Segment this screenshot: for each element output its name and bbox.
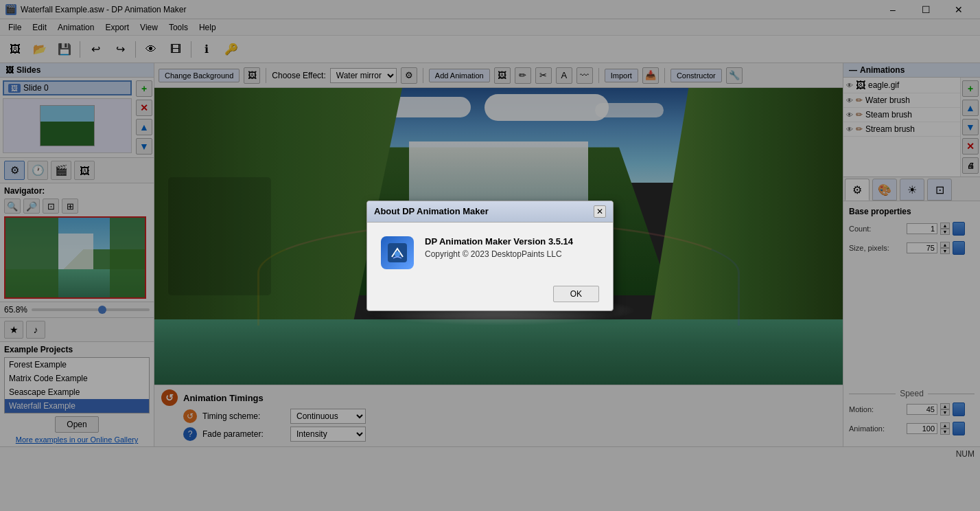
modal-copyright: Copyright © 2023 DesktopPaints LLC bbox=[425, 249, 573, 259]
modal-text: DP Animation Maker Version 3.5.14 Copyri… bbox=[425, 236, 573, 259]
modal-footer: OK bbox=[367, 280, 613, 310]
modal-app-icon bbox=[381, 236, 414, 269]
modal-titlebar: About DP Animation Maker ✕ bbox=[367, 201, 613, 223]
modal-close-button[interactable]: ✕ bbox=[594, 205, 606, 218]
modal-body: DP Animation Maker Version 3.5.14 Copyri… bbox=[367, 223, 613, 280]
modal-app-logo bbox=[386, 242, 408, 264]
about-dialog: About DP Animation Maker ✕ DP Animation … bbox=[366, 201, 614, 311]
modal-ok-button[interactable]: OK bbox=[553, 286, 599, 302]
modal-title: About DP Animation Maker bbox=[374, 206, 489, 216]
modal-overlay: About DP Animation Maker ✕ DP Animation … bbox=[0, 0, 980, 511]
svg-point-1 bbox=[395, 251, 400, 257]
modal-version: DP Animation Maker Version 3.5.14 bbox=[425, 236, 573, 247]
